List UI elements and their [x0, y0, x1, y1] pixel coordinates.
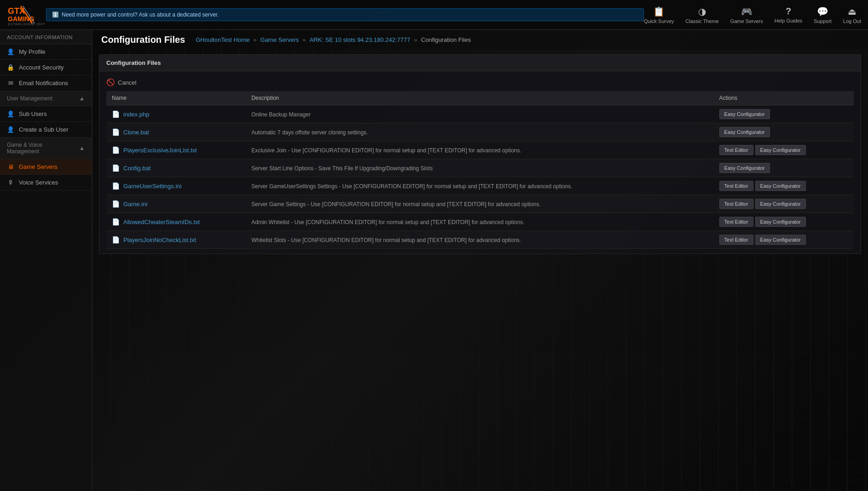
game-servers-nav-icon: 🎮: [741, 6, 752, 17]
sidebar-item-game-servers[interactable]: 🖥 Game Servers: [0, 159, 92, 175]
actions-cell: Text EditorEasy Configurator: [714, 177, 854, 195]
breadcrumb-sep-1: »: [253, 36, 256, 43]
sidebar-item-account-security[interactable]: 🔒 Account Security: [0, 60, 92, 75]
logo-image: GTX GAMING ESTABLISHED 2007: [7, 4, 46, 26]
description-cell: Whitelist Slots - Use [CONFIGURATION EDI…: [246, 231, 713, 249]
actions-cell: Easy Configurator: [714, 123, 854, 141]
sidebar-item-email-notifications[interactable]: ✉ Email Notifications: [0, 75, 92, 91]
panel-body: 🚫 Cancel Name Description Actions 📄 inde…: [99, 71, 861, 254]
sidebar-item-sub-users[interactable]: 👤 Sub Users: [0, 106, 92, 122]
actions-cell: Text EditorEasy Configurator: [714, 231, 854, 249]
file-icon: 📄: [112, 236, 120, 243]
table-header: Name Description Actions: [106, 91, 854, 105]
table-row: 📄 AllowedCheaterSteamIDs.txt Admin White…: [106, 213, 854, 231]
file-description: Server GameUserSettings Settings - Use […: [251, 183, 572, 190]
layout: Account Information 👤 My Profile 🔒 Accou…: [0, 30, 868, 491]
nav-item-quick-survey[interactable]: 📋 Quick Survey: [644, 6, 674, 24]
action-btn-easy-configurator[interactable]: Easy Configurator: [755, 217, 806, 227]
action-btn-text-editor[interactable]: Text Editor: [719, 217, 753, 227]
action-btn-easy-configurator[interactable]: Easy Configurator: [719, 163, 770, 173]
action-btn-text-editor[interactable]: Text Editor: [719, 181, 753, 191]
file-icon: 📄: [112, 110, 120, 118]
table-row: 📄 Clone.bat Automatic 7 days offsite ser…: [106, 123, 854, 141]
nav-item-classic-theme[interactable]: ◑ Classic Theme: [685, 6, 719, 24]
sidebar-item-voice-services[interactable]: 🎙 Voice Services: [0, 175, 92, 191]
navbar: GTX GAMING ESTABLISHED 2007 ℹ️ Need more…: [0, 0, 868, 30]
sidebar-item-my-profile-label: My Profile: [19, 48, 46, 55]
actions-cell: Text EditorEasy Configurator: [714, 213, 854, 231]
action-btn-easy-configurator[interactable]: Easy Configurator: [719, 109, 770, 119]
breadcrumb-sep-3: »: [414, 36, 417, 43]
action-btn-text-editor[interactable]: Text Editor: [719, 145, 753, 155]
action-btn-text-editor[interactable]: Text Editor: [719, 199, 753, 209]
info-banner-text: Need more power and control? Ask us abou…: [62, 12, 219, 18]
breadcrumb-page-title: Configuration Files: [101, 35, 185, 45]
user-management-section[interactable]: User Management ▲: [0, 91, 92, 106]
quick-survey-icon: 📋: [653, 6, 665, 17]
cancel-icon: 🚫: [106, 78, 115, 87]
support-icon: 💬: [817, 6, 828, 17]
sidebar-item-sub-users-label: Sub Users: [19, 110, 47, 117]
actions-cell: Easy Configurator: [714, 105, 854, 123]
nav-item-game-servers[interactable]: 🎮 Game Servers: [730, 6, 763, 24]
file-link[interactable]: Game.ini: [123, 201, 147, 208]
file-description: Admin Whitelist - Use [CONFIGURATION EDI…: [251, 219, 524, 225]
svg-text:ESTABLISHED 2007: ESTABLISHED 2007: [8, 23, 45, 26]
nav-item-help-guides[interactable]: ? Help Guides: [775, 6, 803, 23]
description-cell: Server GameUserSettings Settings - Use […: [246, 177, 713, 195]
file-link[interactable]: AllowedCheaterSteamIDs.txt: [123, 219, 200, 225]
nav-item-support-label: Support: [814, 18, 832, 24]
file-description: Server Start Line Options - Save This Fi…: [251, 165, 433, 172]
classic-theme-icon: ◑: [698, 6, 706, 17]
table-body: 📄 index.php Online Backup ManagerEasy Co…: [106, 105, 854, 249]
file-description: Whitelist Slots - Use [CONFIGURATION EDI…: [251, 237, 521, 243]
log-out-icon: ⏏: [848, 6, 856, 17]
file-link[interactable]: Config.bat: [123, 165, 150, 172]
my-profile-icon: 👤: [7, 48, 14, 55]
table-row: 📄 Game.ini Server Game Settings - Use [C…: [106, 195, 854, 213]
file-icon: 📄: [112, 200, 120, 208]
nav-actions: 📋 Quick Survey ◑ Classic Theme 🎮 Game Se…: [644, 6, 861, 24]
file-link[interactable]: index.php: [123, 111, 149, 118]
file-name-cell: 📄 PlayersJoinNoCheckList.txt: [106, 231, 246, 249]
table-row: 📄 GameUserSettings.ini Server GameUserSe…: [106, 177, 854, 195]
breadcrumb: Configuration Files GHoultonTest Home » …: [92, 30, 868, 50]
breadcrumb-game-servers[interactable]: Game Servers: [260, 36, 299, 43]
file-link[interactable]: PlayersJoinNoCheckList.txt: [123, 237, 196, 243]
action-btn-easy-configurator[interactable]: Easy Configurator: [755, 145, 806, 155]
description-cell: Server Game Settings - Use [CONFIGURATIO…: [246, 195, 713, 213]
game-voice-management-label: Game & Voice Management: [7, 142, 75, 155]
file-icon: 📄: [112, 218, 120, 225]
sidebar-item-my-profile[interactable]: 👤 My Profile: [0, 44, 92, 60]
nav-item-log-out[interactable]: ⏏ Log Out: [843, 6, 861, 24]
sidebar-item-create-sub-user[interactable]: 👤 Create a Sub User: [0, 122, 92, 138]
action-btn-easy-configurator[interactable]: Easy Configurator: [755, 235, 806, 245]
game-voice-management-section[interactable]: Game & Voice Management ▲: [0, 138, 92, 159]
file-link[interactable]: Clone.bat: [123, 129, 149, 136]
cancel-button[interactable]: 🚫 Cancel: [106, 76, 136, 89]
col-name: Name: [106, 91, 246, 105]
sidebar-item-game-servers-label: Game Servers: [19, 163, 58, 170]
action-btn-text-editor[interactable]: Text Editor: [719, 235, 753, 245]
breadcrumb-home[interactable]: GHoultonTest Home: [196, 36, 249, 43]
email-notifications-icon: ✉: [7, 80, 14, 87]
col-description: Description: [246, 91, 713, 105]
description-cell: Exclusive Join - Use [CONFIGURATION EDIT…: [246, 141, 713, 159]
game-voice-collapse-icon: ▲: [79, 145, 85, 151]
nav-item-support[interactable]: 💬 Support: [814, 6, 832, 24]
table-row: 📄 PlayersJoinNoCheckList.txt Whitelist S…: [106, 231, 854, 249]
nav-item-log-out-label: Log Out: [843, 18, 861, 24]
file-link[interactable]: GameUserSettings.ini: [123, 183, 181, 190]
file-name-cell: 📄 PlayersExclusiveJoinList.txt: [106, 141, 246, 159]
action-btn-easy-configurator[interactable]: Easy Configurator: [755, 181, 806, 191]
file-link[interactable]: PlayersExclusiveJoinList.txt: [123, 147, 197, 154]
voice-services-icon: 🎙: [7, 179, 14, 186]
config-files-table: Name Description Actions 📄 index.php Onl…: [106, 91, 854, 249]
description-cell: Automatic 7 days offsite server cloning …: [246, 123, 713, 141]
action-btn-easy-configurator[interactable]: Easy Configurator: [719, 127, 770, 137]
breadcrumb-server[interactable]: ARK: SE 10 slots 94.23.180.242:7777: [310, 36, 411, 43]
file-description: Server Game Settings - Use [CONFIGURATIO…: [251, 201, 541, 208]
action-btn-easy-configurator[interactable]: Easy Configurator: [755, 199, 806, 209]
logo: GTX GAMING ESTABLISHED 2007: [7, 4, 46, 26]
file-icon: 📄: [112, 128, 120, 136]
